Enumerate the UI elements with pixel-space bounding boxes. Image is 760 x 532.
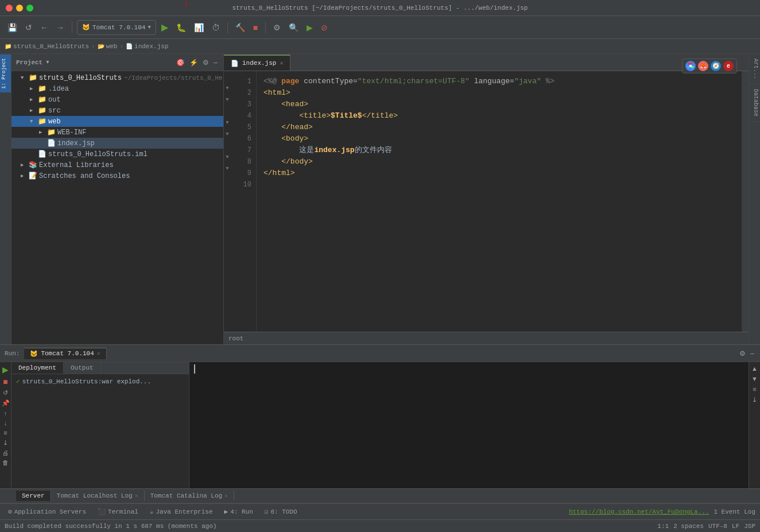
breadcrumb-project[interactable]: 📁 struts_0_HelloStruts — [5, 43, 89, 50]
line-ending[interactable]: LF — [732, 523, 739, 530]
run-dashboard-button[interactable]: ▶ — [304, 21, 316, 34]
build-button[interactable]: 🔨 — [232, 21, 248, 34]
stop-all-button[interactable]: ⊘ — [318, 21, 331, 34]
debug-button[interactable]: 🐛 — [173, 21, 189, 34]
run-panel-minimize[interactable]: – — [749, 348, 755, 359]
fold-btn-1[interactable] — [224, 71, 231, 83]
bottom-tab-appservers[interactable]: ⚙ Application Servers — [5, 507, 90, 517]
ie-icon[interactable]: e — [723, 61, 734, 71]
firefox-icon[interactable]: 🦊 — [698, 61, 708, 71]
tree-item-idea[interactable]: ▶ 📁 .idea — [11, 83, 223, 94]
sync-button[interactable]: ↺ — [22, 21, 35, 34]
run-pin-btn[interactable]: 📌 — [1, 399, 10, 407]
deployment-item-1[interactable]: ✓ struts_0_HelloStruts:war explod... — [14, 376, 187, 386]
tllog-close[interactable]: ✕ — [135, 492, 138, 499]
tree-item-out[interactable]: ▶ 📁 out — [11, 94, 223, 105]
server-tab[interactable]: Server — [16, 491, 51, 501]
run-button[interactable]: ▶ — [158, 20, 171, 34]
tomcat-localhost-tab[interactable]: Tomcat Localhost Log ✕ — [51, 491, 145, 501]
tree-item-scratches[interactable]: ▶ 📝 Scratches and Consoles — [11, 170, 223, 181]
breadcrumb-file[interactable]: 📄 index.jsp — [126, 43, 168, 50]
fold-btn-4[interactable] — [224, 106, 231, 117]
tree-item-indexjsp[interactable]: 📄 index.jsp — [11, 138, 223, 149]
settings-btn[interactable]: ⚙ — [201, 57, 210, 68]
event-log-label[interactable]: 1 Event Log — [714, 508, 755, 515]
tree-item-root[interactable]: ▼ 📁 struts_0_HelloStruts ~/IdeaProjects/… — [11, 72, 223, 83]
bottom-tab-run[interactable]: ▶ 4: Run — [221, 507, 257, 517]
right-tab-art[interactable]: Art... — [749, 54, 760, 84]
run-stop-btn[interactable]: ■ — [2, 376, 8, 387]
run-tab-tomcat[interactable]: 🐱 Tomcat 7.0.104 ✕ — [24, 348, 106, 359]
safari-icon[interactable]: 🧭 — [711, 61, 721, 71]
close-sidebar-btn[interactable]: – — [212, 57, 219, 68]
run-up-btn[interactable]: ↑ — [3, 409, 8, 417]
scroll-down-btn[interactable]: ▼ — [751, 375, 758, 383]
coverage-button[interactable]: 📊 — [191, 21, 207, 34]
sidebar-dropdown-arrow[interactable]: ▼ — [46, 60, 49, 65]
output-content[interactable] — [189, 362, 749, 488]
run-sub-tabs: Deployment Output — [11, 362, 189, 374]
right-tab-database[interactable]: Database — [749, 84, 760, 122]
run-panel-settings[interactable]: ⚙ — [738, 348, 747, 359]
code-area[interactable]: ▼ ▼ ▼ ▼ ▼ ▼ 1 2 3 4 5 6 7 8 9 — [224, 71, 749, 332]
code-editor[interactable]: <%@ page contentType="text/html;charset=… — [257, 71, 742, 332]
fold-btn-7[interactable] — [224, 140, 231, 152]
tab-deployment[interactable]: Deployment — [11, 362, 64, 374]
bottom-tab-todo[interactable]: ☑ 6: TODO — [261, 507, 301, 517]
run-down-btn[interactable]: ↓ — [3, 419, 8, 427]
fold-btn-9[interactable]: ▼ — [224, 163, 231, 174]
tree-item-web[interactable]: ▼ 📁 web — [11, 116, 223, 127]
breadcrumb-web[interactable]: 📂 web — [98, 43, 118, 50]
close-button[interactable] — [6, 5, 13, 11]
tree-item-iml[interactable]: 📄 struts_0_HelloStruts.iml — [11, 149, 223, 160]
expand-all-btn[interactable]: ⚡ — [188, 57, 199, 68]
traffic-lights[interactable] — [6, 5, 33, 11]
scroll-bottom-btn[interactable]: ⤓ — [751, 395, 758, 404]
tab-indexjsp[interactable]: 📄 index.jsp ✕ — [224, 55, 290, 71]
csdn-link[interactable]: https://blog.csdn.net/Ayt_FuDongLa... — [569, 508, 709, 515]
nav-forward-button[interactable]: → — [53, 21, 67, 34]
tab-close-btn[interactable]: ✕ — [280, 60, 283, 67]
fold-btn-6[interactable]: ▼ — [224, 129, 231, 140]
bottom-tab-javaenterprise[interactable]: ☕ Java Enterprise — [146, 507, 216, 517]
run-print-btn[interactable]: 🖨 — [2, 449, 9, 457]
run-trash-btn[interactable]: 🗑 — [2, 459, 9, 467]
encoding-label[interactable]: UTF-8 — [708, 523, 727, 530]
tree-item-src[interactable]: ▶ 📁 src — [11, 105, 223, 116]
editor-scrollbar[interactable] — [742, 71, 749, 332]
fold-btn-5[interactable]: ▼ — [224, 117, 231, 129]
run-reload-btn[interactable]: ↺ — [2, 389, 9, 397]
tclog-close[interactable]: ✕ — [224, 492, 228, 499]
tree-item-extlibs[interactable]: ▶ 📚 External Libraries — [11, 160, 223, 170]
tab-output[interactable]: Output — [64, 362, 101, 374]
nav-back-button[interactable]: ← — [37, 21, 51, 34]
search-button[interactable]: 🔍 — [286, 21, 301, 34]
scroll-up-btn[interactable]: ▲ — [751, 364, 758, 372]
fold-btn-10[interactable] — [224, 174, 231, 186]
chrome-icon[interactable] — [685, 61, 696, 71]
minimize-button[interactable] — [16, 5, 23, 11]
web-label: web — [48, 118, 61, 126]
scroll-filter-btn[interactable]: ≡ — [752, 385, 757, 393]
back-button[interactable]: 💾 — [5, 21, 20, 34]
fold-btn-3[interactable]: ▼ — [224, 94, 231, 106]
bottom-tab-terminal[interactable]: ⬛ Terminal — [94, 507, 142, 517]
project-panel-tab[interactable]: 1: Project — [0, 54, 11, 92]
locate-file-btn[interactable]: 🎯 — [175, 57, 186, 68]
indent-setting[interactable]: 2 spaces — [673, 523, 704, 530]
fold-btn-2[interactable]: ▼ — [224, 83, 231, 94]
run-tab-close[interactable]: ✕ — [97, 350, 100, 357]
cursor-position[interactable]: 1:1 — [657, 523, 669, 530]
stop-button[interactable]: ■ — [250, 21, 261, 34]
run-scroll-end-btn[interactable]: ⤓ — [2, 438, 9, 447]
tree-item-webinf[interactable]: ▶ 📁 WEB-INF — [11, 127, 223, 138]
run-play-btn[interactable]: ▶ — [2, 364, 9, 375]
run-config-selector[interactable]: 🐱 Tomcat 7.0.104 ▼ — [77, 20, 156, 35]
vcs-button[interactable]: ⚙ — [270, 21, 284, 34]
profile-button[interactable]: ⏱ — [209, 21, 223, 34]
fold-btn-8[interactable]: ▼ — [224, 152, 231, 163]
file-type[interactable]: JSP — [744, 523, 755, 530]
tomcat-catalina-tab[interactable]: Tomcat Catalina Log ✕ — [145, 491, 234, 501]
maximize-button[interactable] — [26, 5, 33, 11]
run-filter-btn[interactable]: ≡ — [3, 429, 7, 437]
